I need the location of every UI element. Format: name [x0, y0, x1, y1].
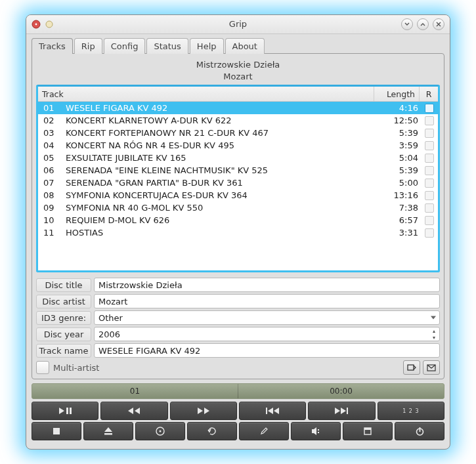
tab-status[interactable]: Status [146, 38, 188, 54]
forward-button[interactable] [170, 402, 237, 420]
track-rip-cell[interactable] [422, 166, 438, 175]
prev-track-button[interactable] [239, 402, 306, 420]
track-rip-cell[interactable] [422, 191, 438, 200]
track-number: 11 [38, 228, 62, 238]
direct-track-button[interactable]: 1 2 3 [378, 402, 444, 420]
rip-checkbox[interactable] [425, 179, 434, 188]
track-title: WESELE FIGARA KV 492 [62, 103, 378, 113]
multi-artist-checkbox[interactable] [36, 361, 49, 374]
track-rip-cell[interactable] [422, 141, 438, 150]
track-length: 13:16 [378, 190, 422, 200]
disc-title-input[interactable] [94, 278, 440, 292]
track-number: 02 [38, 116, 62, 125]
track-rip-cell[interactable] [422, 104, 438, 113]
next-track-button[interactable] [308, 402, 375, 420]
svg-rect-3 [408, 365, 414, 370]
rip-checkbox[interactable] [425, 191, 434, 200]
track-title: REQUIEM D-MOL KV 626 [62, 215, 378, 225]
multi-artist-label: Multi-artist [53, 363, 99, 373]
track-row[interactable]: 05EXSULTATE JUBILATE KV 1655:04 [38, 152, 438, 164]
tab-help[interactable]: Help [190, 38, 224, 54]
submit-disc-info-button[interactable] [423, 360, 440, 375]
app-window: Grip Tracks Rip Config Status Hel [26, 14, 450, 450]
disc-year-spin[interactable] [94, 327, 440, 341]
track-rip-cell[interactable] [422, 203, 438, 213]
col-header-track[interactable]: Track [38, 87, 374, 101]
rip-checkbox[interactable] [425, 166, 434, 175]
track-rip-cell[interactable] [422, 216, 438, 225]
track-length: 5:39 [378, 128, 422, 138]
track-rip-cell[interactable] [422, 116, 438, 125]
edit-track-button[interactable] [239, 422, 289, 440]
track-rip-cell[interactable] [422, 154, 438, 163]
eject-button[interactable] [83, 422, 133, 440]
rip-checkbox[interactable] [425, 104, 434, 113]
track-title: HOSTIAS [62, 228, 378, 238]
playback-progress[interactable]: 01 00:00 [32, 383, 444, 399]
track-row[interactable]: 10REQUIEM D-MOL KV 6266:57 [38, 214, 438, 226]
rip-checkbox[interactable] [425, 228, 434, 238]
play-pause-button[interactable] [32, 402, 98, 420]
maximize-button[interactable] [417, 18, 429, 30]
tab-tracks[interactable]: Tracks [32, 38, 73, 54]
rewind-button[interactable] [100, 402, 167, 420]
col-header-length[interactable]: Length [374, 87, 420, 101]
col-header-rip[interactable]: R [420, 87, 438, 101]
track-row[interactable]: 06SERENADA "EINE KLEINE NACHTMUSIK" KV 5… [38, 164, 438, 177]
track-title: SYMFONIA NR 40 G-MOL KV 550 [62, 203, 378, 213]
track-rip-cell[interactable] [422, 179, 438, 188]
rip-checkbox[interactable] [425, 129, 434, 138]
track-length: 12:50 [378, 116, 422, 125]
track-row[interactable]: 09SYMFONIA NR 40 G-MOL KV 5507:38 [38, 201, 438, 214]
player-controls: 1 2 3 [32, 402, 444, 440]
quit-button[interactable] [395, 422, 444, 440]
close-button[interactable] [433, 18, 444, 30]
track-length: 7:38 [378, 203, 422, 213]
multi-artist-toggle[interactable]: Multi-artist [36, 361, 99, 374]
svg-point-2 [46, 21, 53, 28]
track-column-headers[interactable]: Track Length R [38, 87, 438, 102]
rip-checkbox[interactable] [425, 216, 434, 225]
disc-artist-input[interactable] [94, 294, 440, 308]
shade-icon[interactable] [45, 20, 54, 29]
svg-point-12 [160, 431, 162, 432]
track-title: SYMFONIA KONCERTUJACA ES-DUR KV 364 [62, 190, 378, 200]
track-list[interactable]: Track Length R 01WESELE FIGARA KV 4924:1… [36, 85, 440, 272]
save-disc-info-button[interactable] [403, 360, 420, 375]
track-row[interactable]: 08SYMFONIA KONCERTUJACA ES-DUR KV 36413:… [38, 189, 438, 201]
track-row[interactable]: 03KONCERT FORTEPIANOWY NR 21 C-DUR KV 46… [38, 127, 438, 139]
track-row[interactable]: 11HOSTIAS3:31 [38, 226, 438, 239]
cddb-scan-button[interactable] [135, 422, 185, 440]
track-row[interactable]: 04KONCERT NA RÓG NR 4 ES-DUR KV 4953:59 [38, 139, 438, 152]
track-title: KONCERT KLARNETOWY A-DUR KV 622 [62, 116, 378, 125]
svg-point-1 [35, 24, 37, 26]
toggle-loop-button[interactable] [187, 422, 237, 440]
track-title: KONCERT FORTEPIANOWY NR 21 C-DUR KV 467 [62, 128, 378, 138]
id3-genre-select[interactable] [94, 310, 440, 325]
track-name-input[interactable] [94, 343, 440, 358]
rip-checkbox[interactable] [425, 141, 434, 150]
tab-config[interactable]: Config [104, 38, 146, 54]
disc-year-label: Disc year [36, 327, 91, 341]
volume-button[interactable] [291, 422, 341, 440]
track-number: 04 [38, 140, 62, 150]
track-length: 4:16 [378, 103, 422, 113]
track-rip-cell[interactable] [422, 228, 438, 238]
track-row[interactable]: 07SERENADA "GRAN PARTIA" B-DUR KV 3615:0… [38, 177, 438, 189]
album-title: Mistrzowskie Dzieła [36, 59, 440, 71]
minimize-button[interactable] [401, 18, 413, 30]
track-rip-cell[interactable] [422, 129, 438, 138]
rip-checkbox[interactable] [425, 203, 434, 213]
stop-button[interactable] [32, 422, 81, 440]
tab-about[interactable]: About [225, 38, 265, 54]
album-header: Mistrzowskie Dzieła Mozart [36, 58, 440, 85]
track-row[interactable]: 01WESELE FIGARA KV 4924:16 [38, 102, 438, 114]
rip-checkbox[interactable] [425, 154, 434, 163]
tab-rip[interactable]: Rip [74, 38, 102, 54]
track-number: 06 [38, 165, 62, 175]
compact-mode-button[interactable] [343, 422, 393, 440]
svg-rect-13 [312, 429, 314, 433]
track-row[interactable]: 02KONCERT KLARNETOWY A-DUR KV 62212:50 [38, 114, 438, 127]
rip-checkbox[interactable] [425, 116, 434, 125]
track-number: 10 [38, 215, 62, 225]
